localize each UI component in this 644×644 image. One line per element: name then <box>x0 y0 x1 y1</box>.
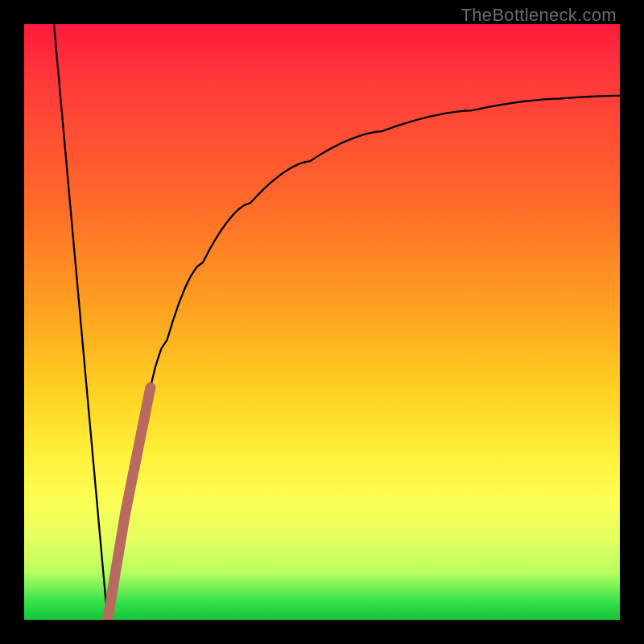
plot-area <box>24 24 620 620</box>
highlight-segment <box>108 387 151 620</box>
chart-frame: TheBottleneck.com <box>0 0 644 644</box>
watermark-text: TheBottleneck.com <box>461 5 617 26</box>
bottleneck-curve <box>54 24 620 620</box>
curve-layer <box>24 24 620 620</box>
